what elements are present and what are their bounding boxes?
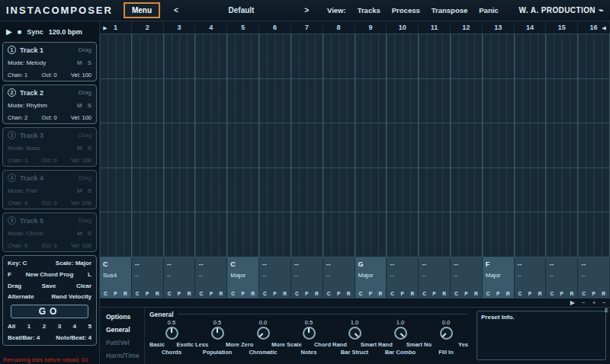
chord-r-button[interactable]: R xyxy=(283,291,287,296)
chord-c-button[interactable]: C xyxy=(327,291,331,296)
chord-c-button[interactable]: C xyxy=(263,291,267,296)
chord-p-button[interactable]: P xyxy=(178,291,181,296)
track-channel-value[interactable]: Chan: 4 xyxy=(8,200,27,206)
grid-cell[interactable] xyxy=(451,123,483,168)
chord-root[interactable]: -- xyxy=(546,259,577,270)
preset-prev-button[interactable]: < xyxy=(171,6,181,14)
chord-r-button[interactable]: R xyxy=(570,291,573,296)
chord-r-button[interactable]: R xyxy=(602,291,605,296)
chord-r-button[interactable]: R xyxy=(410,291,414,296)
grid-cell[interactable] xyxy=(132,34,164,79)
knob-dial[interactable] xyxy=(257,327,270,340)
chord-r-button[interactable]: R xyxy=(315,291,319,296)
grid-cell[interactable] xyxy=(291,34,323,79)
select-track-1-button[interactable]: 1 xyxy=(27,323,30,330)
grid-cell[interactable] xyxy=(259,34,291,79)
collapse-icon[interactable]: − xyxy=(602,300,606,306)
chord-r-button[interactable]: R xyxy=(379,291,383,296)
chord-p-button[interactable]: P xyxy=(305,291,308,296)
track-velocity-value[interactable]: Vel: 100 xyxy=(71,157,92,164)
grid-cell[interactable] xyxy=(483,168,515,213)
grid-cell[interactable] xyxy=(546,34,578,79)
track-velocity-value[interactable]: Vel: 100 xyxy=(71,114,92,121)
zoom-out-icon[interactable]: − xyxy=(582,300,586,306)
chord-p-button[interactable]: P xyxy=(210,291,213,296)
grid-cell[interactable] xyxy=(227,168,259,213)
grid-cell[interactable] xyxy=(227,79,259,124)
grid-cell[interactable] xyxy=(546,168,578,213)
chord-p-button[interactable]: P xyxy=(560,291,563,296)
chord-quality[interactable]: -- xyxy=(387,270,418,280)
select-track-3-button[interactable]: 3 xyxy=(58,323,61,330)
chord-root[interactable]: -- xyxy=(323,259,355,270)
key-select[interactable]: Key: C xyxy=(8,260,27,267)
track-octave-value[interactable]: Oct: 0 xyxy=(42,72,57,78)
track-velocity-value[interactable]: Vel: 100 xyxy=(71,72,92,78)
mute-button[interactable]: M xyxy=(77,230,82,237)
grid-cell[interactable] xyxy=(323,212,355,257)
preset-name[interactable]: Default xyxy=(229,6,255,14)
select-track-4-button[interactable]: 4 xyxy=(73,323,76,330)
rand-velocity-button[interactable]: Rand Velocity xyxy=(52,293,92,300)
chord-c-button[interactable]: C xyxy=(231,291,235,296)
chord-c-button[interactable]: C xyxy=(104,291,108,296)
mute-button[interactable]: M xyxy=(77,59,82,66)
grid-cell[interactable] xyxy=(578,34,610,79)
chord-p-button[interactable]: P xyxy=(337,291,340,296)
grid-cell[interactable] xyxy=(451,212,483,257)
grid-cell[interactable] xyxy=(546,79,578,124)
grid-cell[interactable] xyxy=(515,34,547,79)
grid-cell[interactable] xyxy=(546,212,578,257)
chord-root[interactable]: F xyxy=(483,259,514,270)
preset-next-button[interactable]: > xyxy=(301,6,312,14)
grid-cell[interactable] xyxy=(483,79,515,124)
grid-cell[interactable] xyxy=(387,79,419,124)
chord-p-button[interactable]: P xyxy=(592,291,595,296)
grid-cell[interactable] xyxy=(419,34,451,79)
grid-cell[interactable] xyxy=(419,168,451,213)
grid-cell[interactable] xyxy=(387,123,419,168)
chord-p-button[interactable]: P xyxy=(464,291,467,296)
chord-r-button[interactable]: R xyxy=(251,291,255,296)
chord-r-button[interactable]: R xyxy=(156,291,159,296)
scroll-right-icon[interactable]: ◀ xyxy=(599,21,608,34)
view-item-tracks[interactable]: Tracks xyxy=(358,6,380,14)
grid-cell[interactable] xyxy=(387,168,419,213)
chord-root[interactable]: -- xyxy=(259,259,291,270)
tab-patt-vel[interactable]: Patt/Vel xyxy=(106,339,143,346)
chord-quality[interactable]: Sus4 xyxy=(100,270,131,280)
track-mode-select[interactable]: Mode: Bass xyxy=(8,145,77,152)
grid-cell[interactable] xyxy=(578,212,610,257)
grid-cell[interactable] xyxy=(355,212,387,257)
track-channel-value[interactable]: Chan: 5 xyxy=(8,242,27,249)
grid-cell[interactable] xyxy=(100,34,132,79)
knob-dial[interactable] xyxy=(211,327,224,340)
grid-cell[interactable] xyxy=(355,168,387,213)
grid-cell[interactable] xyxy=(483,212,515,257)
grid-cell[interactable] xyxy=(259,212,291,257)
chord-root[interactable]: C xyxy=(100,259,131,270)
track-number-badge[interactable]: 5 xyxy=(8,216,16,225)
chord-quality[interactable]: -- xyxy=(546,270,577,280)
select-all-button[interactable]: All xyxy=(8,323,15,330)
select-track-2-button[interactable]: 2 xyxy=(43,323,46,330)
chord-p-button[interactable]: P xyxy=(273,291,276,296)
chord-c-button[interactable]: C xyxy=(422,291,426,296)
chord-r-button[interactable]: R xyxy=(347,291,351,296)
track-octave-value[interactable]: Oct: 0 xyxy=(42,157,57,164)
grid-cell[interactable] xyxy=(451,79,483,124)
grid-cell[interactable] xyxy=(227,34,259,79)
chord-p-button[interactable]: P xyxy=(114,291,117,296)
grid-cell[interactable] xyxy=(515,212,547,257)
track-channel-value[interactable]: Chan: 1 xyxy=(8,72,27,78)
grid-cell[interactable] xyxy=(227,212,259,257)
chord-quality[interactable]: Major xyxy=(355,270,387,280)
grid-cell[interactable] xyxy=(515,123,547,168)
chord-quality[interactable]: -- xyxy=(164,270,195,280)
solo-button[interactable]: S xyxy=(88,102,92,109)
grid-cell[interactable] xyxy=(355,123,387,168)
grid-cell[interactable] xyxy=(259,168,291,213)
grid-cell[interactable] xyxy=(132,123,164,168)
chord-c-button[interactable]: C xyxy=(486,291,490,296)
track-drag-handle[interactable]: Drag xyxy=(79,174,92,181)
